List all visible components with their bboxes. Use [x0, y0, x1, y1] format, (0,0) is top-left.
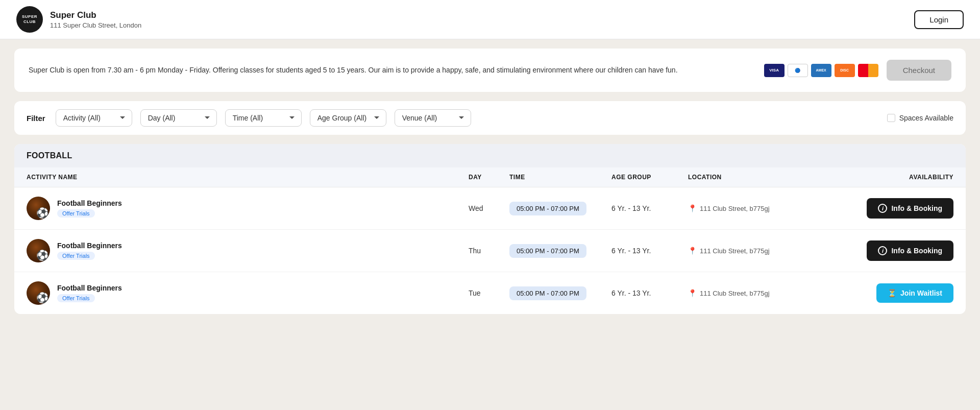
- activity-name: Football Beginners: [57, 199, 122, 207]
- table-row: Football Beginners Offer Trials Thu 05:0…: [14, 230, 966, 272]
- info-icon: i: [878, 204, 887, 213]
- waitlist-label: Join Waitlist: [900, 289, 942, 297]
- info-booking-button[interactable]: i Info & Booking: [867, 198, 953, 219]
- th-location: LOCATION: [688, 174, 851, 181]
- location-text: 111 Club Street, b775gj: [700, 290, 770, 297]
- age-group-filter[interactable]: Age Group (All): [310, 109, 386, 127]
- time-badge: 05:00 PM - 07:00 PM: [509, 244, 586, 258]
- age-cell: 6 Yr. - 13 Yr.: [611, 247, 688, 255]
- location-pin-icon: 📍: [688, 247, 697, 255]
- location-pin-icon: 📍: [688, 204, 697, 212]
- waitlist-icon: ⏳: [888, 289, 896, 297]
- location-text: 111 Club Street, b775gj: [700, 205, 770, 212]
- logo: SUPER CLUB: [16, 6, 43, 33]
- checkout-button[interactable]: Checkout: [887, 60, 951, 81]
- mastercard-icon: [858, 64, 878, 77]
- location-text: 111 Club Street, b775gj: [700, 247, 770, 255]
- th-activity: ACTIVITY NAME: [27, 174, 469, 181]
- offer-badge: Offer Trials: [57, 209, 95, 218]
- venue-filter[interactable]: Venue (All): [395, 109, 471, 127]
- availability-cell: i Info & Booking: [851, 240, 953, 261]
- header-brand: SUPER CLUB Super Club 111 Super Club Str…: [16, 6, 141, 33]
- visa-icon: VISA: [764, 64, 785, 77]
- location-cell: 📍 111 Club Street, b775gj: [688, 289, 851, 297]
- filter-label: Filter: [27, 114, 45, 123]
- info-right: VISA 🔵 AMEX DISC Checkout: [764, 60, 951, 81]
- day-cell: Wed: [469, 204, 509, 212]
- age-cell: 6 Yr. - 13 Yr.: [611, 289, 688, 297]
- info-banner: Super Club is open from 7.30 am - 6 pm M…: [14, 49, 966, 92]
- availability-cell: ⏳ Join Waitlist: [851, 283, 953, 303]
- info-text: Super Club is open from 7.30 am - 6 pm M…: [29, 64, 752, 76]
- age-cell: 6 Yr. - 13 Yr.: [611, 204, 688, 212]
- location-cell: 📍 111 Club Street, b775gj: [688, 204, 851, 212]
- club-info: Super Club 111 Super Club Street, London: [50, 10, 141, 29]
- activity-name: Football Beginners: [57, 242, 122, 250]
- section-header: FOOTBALL: [14, 144, 966, 167]
- offer-badge: Offer Trials: [57, 294, 95, 302]
- table-row: Football Beginners Offer Trials Tue 05:0…: [14, 272, 966, 314]
- info-booking-label: Info & Booking: [891, 204, 942, 212]
- time-cell: 05:00 PM - 07:00 PM: [509, 202, 611, 215]
- spaces-label: Spaces Available: [899, 114, 953, 122]
- offer-badge: Offer Trials: [57, 252, 95, 260]
- time-cell: 05:00 PM - 07:00 PM: [509, 244, 611, 258]
- activity-cell: Football Beginners Offer Trials: [27, 197, 469, 220]
- table-header: ACTIVITY NAME DAY TIME AGE GROUP LOCATIO…: [14, 167, 966, 187]
- club-address: 111 Super Club Street, London: [50, 21, 141, 29]
- spaces-checkbox[interactable]: [887, 114, 895, 122]
- day-cell: Thu: [469, 247, 509, 255]
- info-booking-label: Info & Booking: [891, 247, 942, 255]
- time-badge: 05:00 PM - 07:00 PM: [509, 202, 586, 215]
- activity-info: Football Beginners Offer Trials: [57, 242, 122, 260]
- activities-table: FOOTBALL ACTIVITY NAME DAY TIME AGE GROU…: [14, 144, 966, 314]
- activity-name: Football Beginners: [57, 284, 122, 292]
- table-row: Football Beginners Offer Trials Wed 05:0…: [14, 187, 966, 230]
- time-filter[interactable]: Time (All): [225, 109, 302, 127]
- location-cell: 📍 111 Club Street, b775gj: [688, 247, 851, 255]
- th-time: TIME: [509, 174, 611, 181]
- time-cell: 05:00 PM - 07:00 PM: [509, 286, 611, 300]
- th-day: DAY: [469, 174, 509, 181]
- payment-icons: VISA 🔵 AMEX DISC: [764, 64, 878, 77]
- amex-icon: AMEX: [811, 64, 831, 77]
- table-body: Football Beginners Offer Trials Wed 05:0…: [14, 187, 966, 314]
- filter-bar: Filter Activity (All) Day (All) Time (Al…: [14, 101, 966, 135]
- time-badge: 05:00 PM - 07:00 PM: [509, 286, 586, 300]
- day-cell: Tue: [469, 289, 509, 297]
- location-pin-icon: 📍: [688, 289, 697, 297]
- activity-image: [27, 281, 50, 305]
- activity-cell: Football Beginners Offer Trials: [27, 239, 469, 262]
- section-title: FOOTBALL: [27, 151, 72, 160]
- activity-info: Football Beginners Offer Trials: [57, 199, 122, 218]
- availability-cell: i Info & Booking: [851, 198, 953, 219]
- club-name: Super Club: [50, 10, 141, 20]
- info-booking-button[interactable]: i Info & Booking: [867, 240, 953, 261]
- login-button[interactable]: Login: [914, 10, 964, 29]
- discover-icon: DISC: [835, 64, 855, 77]
- activity-image: [27, 197, 50, 220]
- activity-filter[interactable]: Activity (All): [56, 109, 132, 127]
- join-waitlist-button[interactable]: ⏳ Join Waitlist: [876, 283, 953, 303]
- activity-info: Football Beginners Offer Trials: [57, 284, 122, 302]
- activity-image: [27, 239, 50, 262]
- th-age-group: AGE GROUP: [611, 174, 688, 181]
- site-header: SUPER CLUB Super Club 111 Super Club Str…: [0, 0, 980, 39]
- activity-cell: Football Beginners Offer Trials: [27, 281, 469, 305]
- diners-icon: 🔵: [788, 64, 808, 77]
- day-filter[interactable]: Day (All): [140, 109, 217, 127]
- spaces-available-filter: Spaces Available: [887, 114, 953, 122]
- th-availability: AVAILABILITY: [851, 174, 953, 181]
- info-icon: i: [878, 246, 887, 255]
